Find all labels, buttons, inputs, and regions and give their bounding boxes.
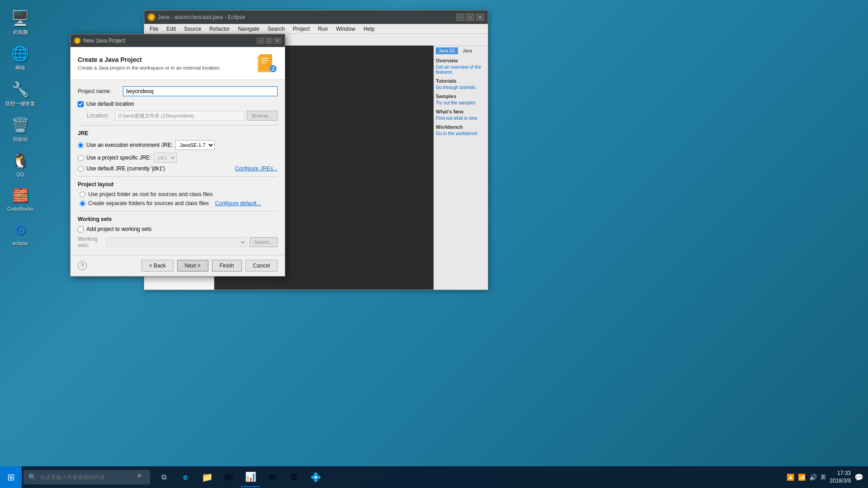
new-java-project-dialog: J New Java Project － □ ✕ Create a Java P… [70,34,285,277]
layout-use-folder-row: Use project folder as root for sources a… [78,191,278,197]
taskbar-settings[interactable]: ⚙ [284,467,304,487]
taskbar-mic-icon[interactable]: 🎤 [134,474,142,481]
dialog-header-title: Create a Java Project [78,56,221,63]
taskbar-search-icon: 🔍 [28,473,37,482]
help-button[interactable]: ? [78,261,87,270]
taskbar: ⊞ 🔍 🎤 ⧉ e 📁 🛍 📊 ✉ ⚙ 💠 🔼 📶 🔊 英 17:33 2018… [0,466,868,488]
use-default-location-checkbox[interactable] [78,101,84,107]
dialog-minimize-button[interactable]: － [257,38,264,44]
svg-rect-3 [261,60,269,61]
project-name-input[interactable] [123,86,278,96]
configure-default-link[interactable]: Configure default... [215,200,261,206]
svg-rect-2 [261,58,269,59]
taskbar-search-area[interactable]: 🔍 🎤 [24,470,150,484]
taskbar-mail[interactable]: ✉ [262,467,282,487]
jre-option-execution-env-row: Use an execution environment JRE: JavaSE… [78,140,278,150]
taskbar-app-2[interactable]: 💠 [306,467,326,487]
dialog-body: Project name: Use default location Locat… [71,80,285,255]
configure-jres-link[interactable]: Configure JREs... [235,165,278,172]
taskbar-explorer[interactable]: 📁 [197,467,217,487]
dialog-titlebar-left: J New Java Project [74,38,125,44]
dialog-overlay: J New Java Project － □ ✕ Create a Java P… [0,0,868,488]
add-working-sets-checkbox[interactable] [78,226,84,232]
divider-3 [78,211,278,211]
location-row: Location: Browse... [78,111,278,121]
jre-project-specific-dropdown[interactable]: jdk1 [154,153,177,163]
start-button[interactable]: ⊞ [0,466,22,488]
divider-2 [78,176,278,177]
working-sets-title: Working sets [78,216,278,222]
working-sets-section: Working sets Add project to working sets… [78,216,278,249]
jre-execution-env-radio[interactable] [78,142,84,148]
dialog-header-subtitle: Create a Java project in the workspace o… [78,65,221,70]
dialog-header-icon: J [256,52,278,74]
working-sets-dropdown[interactable] [106,237,247,247]
dialog-header: Create a Java Project Create a Java proj… [71,47,285,80]
divider-1 [78,125,278,126]
default-location-row: Use default location [78,101,278,107]
layout-use-folder-radio[interactable] [80,192,85,197]
dialog-header-text: Create a Java Project Create a Java proj… [78,56,221,70]
taskbar-search-input[interactable] [40,474,130,480]
add-working-sets-label: Add project to working sets [86,226,151,232]
use-default-location-label: Use default location [86,101,134,107]
jre-section-title: JRE [78,130,278,136]
dialog-controls: － □ ✕ [257,38,281,44]
taskbar-apps: ⧉ e 📁 🛍 📊 ✉ ⚙ 💠 [154,467,326,487]
taskbar-store[interactable]: 🛍 [219,467,239,487]
jre-section: JRE Use an execution environment JRE: Ja… [78,130,278,172]
desktop: 🖥️ 此电脑 🌐 网络 🔧 联想一键恢复 🗑️ 回收站 🐧 QQ 🧱 CodeB… [0,0,868,488]
jre-default-label: Use default JRE (currently 'jdk1') [86,165,165,172]
project-layout-title: Project layout [78,181,278,188]
taskbar-volume-icon: 🔊 [809,474,817,481]
dialog-titlebar: J New Java Project － □ ✕ [71,34,285,47]
layout-separate-folders-row: Create separate folders for sources and … [78,200,278,206]
jre-option-project-specific-row: Use a project specific JRE: jdk1 [78,153,278,163]
dialog-close-button[interactable]: ✕ [274,38,281,44]
jre-execution-env-dropdown[interactable]: JavaSE-1.7 [175,140,215,150]
taskbar-task-view[interactable]: ⧉ [154,467,174,487]
taskbar-tray-icons: 🔼 [787,474,794,481]
cancel-button[interactable]: Cancel [245,260,278,272]
layout-use-folder-label: Use project folder as root for sources a… [88,191,212,197]
jre-project-specific-label: Use a project specific JRE: [86,155,151,161]
working-sets-label: Working sets: [78,236,103,249]
svg-rect-4 [261,62,266,63]
taskbar-time: 17:33 2018/3/9 [830,469,851,485]
layout-separate-folders-radio[interactable] [80,201,85,206]
jre-project-specific-radio[interactable] [78,155,84,161]
finish-button[interactable]: Finish [212,260,242,272]
browse-button[interactable]: Browse... [247,111,278,121]
dialog-footer: ? < Back Next > Finish Cancel [71,255,285,276]
location-input[interactable] [115,111,244,121]
taskbar-app-1[interactable]: 📊 [241,467,260,487]
taskbar-language: 英 [821,474,826,481]
next-button[interactable]: Next > [177,260,208,272]
location-label: Location: [87,113,112,119]
add-working-sets-row: Add project to working sets [78,226,278,232]
taskbar-edge[interactable]: e [175,467,195,487]
working-sets-input-row: Working sets: Select... [78,236,278,249]
back-button[interactable]: < Back [142,260,174,272]
svg-text:J: J [272,66,274,71]
select-button[interactable]: Select... [250,237,278,247]
project-name-row: Project name: [78,86,278,96]
jre-option-default-row: Use default JRE (currently 'jdk1') Confi… [78,165,278,172]
taskbar-tray: 🔼 📶 🔊 英 17:33 2018/3/9 💬 [787,469,868,485]
project-name-label: Project name: [78,88,123,94]
jre-default-radio[interactable] [78,166,84,172]
dialog-maximize-button[interactable]: □ [265,38,273,44]
dialog-app-icon: J [74,38,80,44]
jre-execution-env-label: Use an execution environment JRE: [86,142,173,148]
project-layout-section: Project layout Use project folder as roo… [78,181,278,206]
dialog-title: New Java Project [83,38,125,44]
layout-separate-folders-label: Create separate folders for sources and … [88,200,209,206]
taskbar-notification-icon[interactable]: 💬 [854,473,863,482]
taskbar-wifi-icon: 📶 [798,474,806,481]
